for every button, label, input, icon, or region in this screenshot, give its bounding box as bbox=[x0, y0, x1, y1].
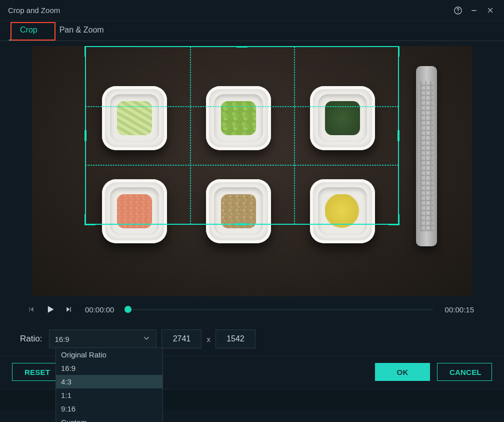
ingredient bbox=[206, 179, 271, 243]
ratio-option[interactable]: 9:16 bbox=[56, 402, 162, 415]
ratio-option[interactable]: 4:3 bbox=[56, 375, 162, 388]
ingredient bbox=[206, 86, 271, 150]
timeline-playhead[interactable] bbox=[124, 306, 132, 313]
crop-width-input[interactable] bbox=[162, 329, 202, 348]
cancel-button[interactable]: CANCEL bbox=[437, 363, 492, 381]
next-frame-icon[interactable] bbox=[63, 303, 75, 315]
ok-button[interactable]: OK bbox=[375, 363, 430, 381]
ratio-option[interactable]: Original Ratio bbox=[56, 348, 162, 361]
preview-container bbox=[0, 41, 504, 296]
time-end: 00:00:15 bbox=[445, 305, 474, 314]
help-icon[interactable] bbox=[451, 4, 465, 18]
ratio-option[interactable]: 16:9 bbox=[56, 361, 162, 375]
multiply-label: x bbox=[206, 335, 210, 343]
tab-pan-zoom[interactable]: Pan & Zoom bbox=[48, 21, 115, 41]
ratio-option[interactable]: 1:1 bbox=[56, 388, 162, 402]
ingredient bbox=[310, 86, 375, 150]
chevron-down-icon bbox=[142, 334, 151, 344]
zester bbox=[416, 66, 437, 246]
preview-surface bbox=[32, 46, 472, 296]
play-icon[interactable] bbox=[44, 303, 56, 315]
tab-bar: Crop Pan & Zoom bbox=[0, 21, 504, 41]
minimize-icon[interactable] bbox=[467, 4, 481, 18]
video-preview[interactable] bbox=[32, 46, 472, 296]
ratio-label: Ratio: bbox=[20, 334, 42, 344]
ratio-select[interactable]: 16:9 bbox=[49, 329, 156, 348]
timeline-slider[interactable] bbox=[128, 303, 433, 315]
ingredient bbox=[102, 179, 167, 243]
ingredient bbox=[310, 179, 375, 243]
player-controls: 00:00:00 00:00:15 bbox=[0, 296, 504, 323]
window-title: Crop and Zoom bbox=[8, 6, 449, 15]
crop-height-input[interactable] bbox=[216, 329, 256, 348]
ratio-option[interactable]: Custom bbox=[56, 415, 162, 422]
svg-point-1 bbox=[458, 12, 458, 13]
ratio-dropdown[interactable]: Original Ratio16:94:31:19:16Custom bbox=[56, 347, 163, 422]
tab-crop[interactable]: Crop bbox=[9, 21, 48, 41]
ratio-selected-value: 16:9 bbox=[54, 335, 69, 343]
title-bar: Crop and Zoom bbox=[0, 0, 504, 21]
ingredient bbox=[102, 86, 167, 150]
prev-frame-icon[interactable] bbox=[25, 303, 37, 315]
close-icon[interactable] bbox=[483, 4, 497, 18]
reset-button[interactable]: RESET bbox=[12, 363, 62, 381]
time-current: 00:00:00 bbox=[85, 305, 121, 314]
